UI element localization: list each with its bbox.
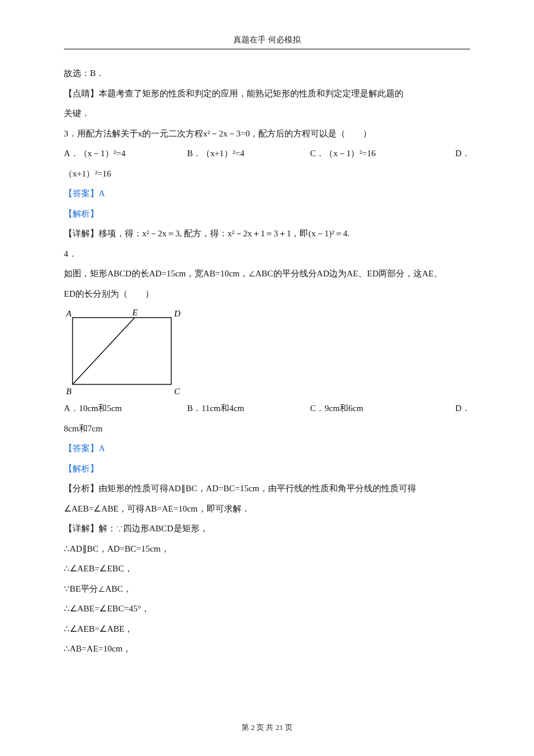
q4-option-c: C．9cm和6cm	[310, 398, 433, 419]
q3-answer-label: 【答案】	[64, 189, 99, 198]
q4-analysis-label: 【解析】	[64, 459, 470, 479]
q4-answer: 【答案】A	[64, 438, 470, 459]
label-C: C	[174, 387, 181, 396]
q4-analyze-2: ∠AEB=∠ABE，可得AB=AE=10cm，即可求解．	[64, 499, 470, 519]
label-E: E	[132, 308, 138, 317]
q4-detail-2: ∴AD∥BC，AD=BC=15cm，	[64, 539, 470, 559]
q4-detail-3: ∴∠AEB=∠EBC，	[64, 559, 470, 579]
q4-stem-1: 如图，矩形ABCD的长AD=15cm，宽AB=10cm，∠ABC的平分线分AD边…	[64, 264, 470, 284]
page-footer: 第 2 页 共 21 页	[64, 705, 470, 733]
q4-option-d-text: 8cm和7cm	[64, 419, 470, 439]
q4-option-d: D．	[433, 398, 470, 419]
page: 真题在手 何必模拟 故选：B． 【点睛】本题考查了矩形的性质和判定的应用，能熟记…	[0, 0, 534, 756]
q3-option-d-text: （x+1）²=16	[64, 164, 470, 184]
q3-detail: 【详解】移项，得：x²－2x＝3, 配方，得：x²－2x＋1＝3＋1，即(x－1…	[64, 224, 470, 244]
q3-option-a: A．（x－1）²=4	[64, 143, 187, 164]
svg-line-1	[73, 318, 135, 384]
q3-option-d: D．	[433, 143, 470, 164]
q4-answer-value: A	[99, 444, 105, 453]
q3-options: A．（x－1）²=4 B．（x+1）²=4 C．（x－1）²=16 D．	[64, 143, 470, 164]
q3-option-c: C．（x－1）²=16	[310, 143, 433, 164]
label-B: B	[66, 387, 71, 396]
q2-dianjing-2: 关键．	[64, 103, 470, 124]
q4-option-a: A．10cm和5cm	[64, 398, 187, 419]
q4-analyze-1: 【分析】由矩形的性质可得AD∥BC，AD=BC=15cm，由平行线的性质和角平分…	[64, 478, 470, 499]
q3-stem: 3．用配方法解关于x的一元二次方程x²－2x－3=0，配方后的方程可以是（ ）	[64, 124, 470, 144]
label-A: A	[66, 309, 72, 318]
footer-current: 2	[251, 723, 255, 732]
q4-number: 4．	[64, 244, 470, 264]
header-text: 真题在手 何必模拟	[233, 35, 301, 44]
q2-conclusion: 故选：B．	[64, 63, 470, 84]
footer-suffix: 页	[285, 723, 293, 732]
q4-option-b: B．11cm和4cm	[187, 398, 310, 419]
q4-stem-2: ED的长分别为（ ）	[64, 284, 470, 304]
q3-option-b: B．（x+1）²=4	[187, 143, 310, 164]
content: 故选：B． 【点睛】本题考查了矩形的性质和判定的应用，能熟记矩形的性质和判定定理…	[64, 63, 470, 705]
footer-prefix: 第	[241, 723, 249, 732]
q2-dianjing-1: 【点睛】本题考查了矩形的性质和判定的应用，能熟记矩形的性质和判定定理是解此题的	[64, 84, 470, 104]
q4-detail-1: 【详解】解：∵四边形ABCD是矩形，	[64, 519, 470, 539]
page-header: 真题在手 何必模拟	[64, 35, 470, 49]
q4-detail-4: ∵BE平分∠ABC，	[64, 579, 470, 599]
q4-detail-5: ∴∠ABE=∠EBC=45°，	[64, 599, 470, 619]
q3-answer-value: A	[99, 189, 105, 198]
q4-figure: A E D B C	[64, 307, 470, 397]
q3-answer: 【答案】A	[64, 183, 470, 204]
q4-options: A．10cm和5cm B．11cm和4cm C．9cm和6cm D．	[64, 398, 470, 419]
q3-analysis-label: 【解析】	[64, 204, 470, 224]
header-rule	[64, 49, 470, 49]
q4-detail-6: ∴∠AEB=∠ABE，	[64, 619, 470, 639]
footer-total: 21	[276, 723, 283, 732]
q4-answer-label: 【答案】	[64, 444, 99, 453]
svg-rect-0	[73, 318, 171, 384]
q4-detail-7: ∴AB=AE=10cm，	[64, 639, 470, 659]
footer-mid: 页 共	[257, 723, 273, 732]
label-D: D	[174, 309, 181, 318]
